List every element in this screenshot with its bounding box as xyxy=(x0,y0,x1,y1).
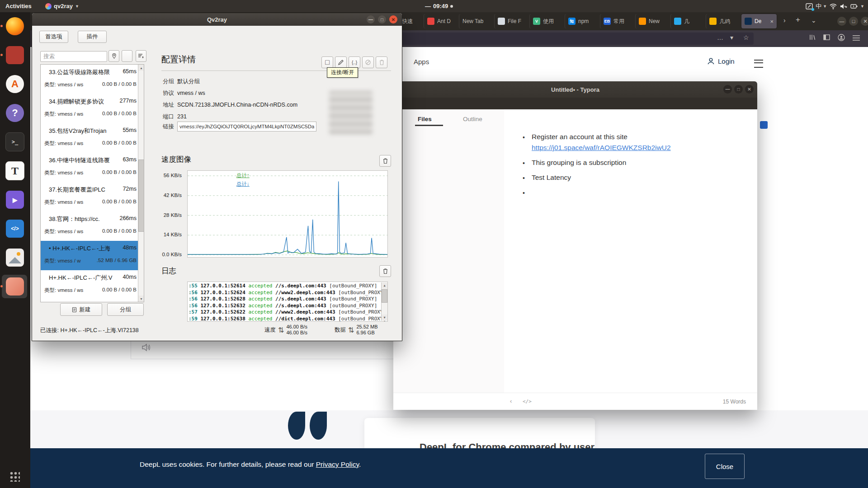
account-icon[interactable] xyxy=(838,34,845,41)
browser-tab[interactable]: V 使用 × xyxy=(530,14,565,28)
browser-tab[interactable]: 知 npm × xyxy=(565,14,600,28)
server-list-item[interactable]: H+.HK←-IPLC←-广州.V 40ms 类型: vmess / ws 0.… xyxy=(41,270,138,300)
browser-tab[interactable]: De × xyxy=(741,14,777,28)
scrollbar-thumb[interactable] xyxy=(382,289,387,303)
new-connection-button[interactable]: 新建 xyxy=(60,303,102,316)
dock-item[interactable]: >_ xyxy=(4,131,26,153)
window-close-button[interactable]: ✕ xyxy=(745,85,754,94)
tab-scroll-right-icon[interactable]: › xyxy=(783,17,786,24)
browser-tab[interactable]: 几 × xyxy=(671,14,706,28)
speaker-icon[interactable] xyxy=(142,343,151,352)
server-list-item[interactable]: 36.中继中转隧道线路覆 63ms 类型: vmess / ws 0.00 B … xyxy=(41,153,138,182)
browser-tab[interactable]: New Tab × xyxy=(459,14,495,28)
sidebar-tab-files[interactable]: Files xyxy=(418,116,432,122)
edit-config-button[interactable] xyxy=(335,56,347,68)
sidebar-collapse-icon[interactable]: ‹ xyxy=(510,398,512,404)
focused-app-menu[interactable]: qv2ray ▼ xyxy=(45,0,79,12)
disconnect-button[interactable] xyxy=(362,56,374,68)
page-actions-icon[interactable]: … xyxy=(717,34,723,41)
library-icon[interactable] xyxy=(809,34,816,41)
tab-close-icon[interactable]: × xyxy=(770,18,774,25)
server-list-item[interactable]: 34.捐赠解锁更多协议 277ms 类型: vmess / ws 0.00 B … xyxy=(41,94,138,123)
deepl-menu-icon[interactable] xyxy=(754,60,763,68)
scroll-up-icon[interactable]: ▲ xyxy=(138,65,144,71)
legend-entry[interactable]: 总计↑ xyxy=(236,172,250,179)
wifi-icon[interactable] xyxy=(829,2,837,10)
pocket-icon[interactable]: ▾ xyxy=(730,34,733,41)
qv2ray-titlebar[interactable]: Qv2ray — □ ✕ xyxy=(32,13,402,26)
delete-config-button[interactable] xyxy=(376,56,387,68)
activities-button[interactable]: Activities xyxy=(5,0,32,12)
dock-item[interactable] xyxy=(4,247,26,268)
dock-item[interactable] xyxy=(4,15,26,37)
sidebar-toggle-icon[interactable] xyxy=(823,34,830,41)
tab-list-dropdown-icon[interactable]: ⌄ xyxy=(811,17,816,24)
scroll-down-icon[interactable]: ▼ xyxy=(138,296,144,302)
volume-muted-icon[interactable] xyxy=(840,2,848,10)
input-method-indicator[interactable]: 中▼ xyxy=(816,2,827,10)
server-list[interactable]: 33.公益等级線路嚴格限 65ms 类型: vmess / ws 0.00 B … xyxy=(40,64,144,302)
scroll-down-icon[interactable]: ▼ xyxy=(382,314,387,321)
group-button[interactable]: 分组 xyxy=(107,303,144,316)
server-list-item[interactable]: 38.官网：https://cc. 266ms 类型: vmess / ws 0… xyxy=(41,211,138,241)
connect-toggle-button[interactable]: □ xyxy=(321,56,333,68)
window-close-button[interactable]: ✕ xyxy=(389,15,397,23)
server-list-scrollbar[interactable]: ▲ ▼ xyxy=(138,65,144,302)
deepl-floating-icon[interactable] xyxy=(760,121,768,129)
tablet-input-icon[interactable] xyxy=(805,2,813,10)
system-tray[interactable]: 中▼ ▼ xyxy=(805,0,864,12)
show-applications-icon[interactable] xyxy=(10,472,20,482)
bookmark-star-icon[interactable]: ☆ xyxy=(743,34,749,41)
log-output[interactable]: :55 127.0.0.1:52614 accepted //s.deepl.c… xyxy=(187,282,388,322)
window-minimize-button[interactable]: — xyxy=(367,15,375,23)
clock[interactable]: — 09:49 xyxy=(425,0,453,12)
system-menu-chevron-icon[interactable]: ▼ xyxy=(860,4,864,9)
sort-button[interactable] xyxy=(136,50,146,62)
window-minimize-button[interactable]: — xyxy=(723,85,732,94)
window-maximize-button[interactable]: □ xyxy=(734,85,743,94)
server-list-item[interactable]: • H+.HK←-IPLC←-上海 48ms 类型: vmess / w .52… xyxy=(41,241,138,270)
dock-item[interactable] xyxy=(4,276,26,297)
clear-log-button[interactable] xyxy=(379,265,391,277)
browser-tab[interactable]: Ant D × xyxy=(424,14,459,28)
log-scrollbar[interactable]: ▲ ▼ xyxy=(381,282,388,321)
server-list-item[interactable]: H+.HK←-IPLC←- xyxy=(41,300,138,302)
sidebar-tab-outline[interactable]: Outline xyxy=(463,116,482,122)
window-maximize-button[interactable]: □ xyxy=(378,15,386,23)
server-list-item[interactable]: 35.包括V2ray和Trojan 55ms 类型: vmess / ws 0.… xyxy=(41,123,138,153)
plugins-button[interactable]: 插件 xyxy=(78,31,107,43)
battery-charging-icon[interactable] xyxy=(850,2,858,10)
typora-editor[interactable]: • Register an account at this site https… xyxy=(504,109,757,393)
window-maximize-button[interactable]: □ xyxy=(849,17,858,26)
dock-item[interactable]: ▸ xyxy=(4,189,26,211)
edit-json-button[interactable]: {..} xyxy=(349,56,360,68)
latency-test-button[interactable] xyxy=(108,50,119,62)
dock-item[interactable]: ? xyxy=(4,102,26,124)
dock-item[interactable]: T xyxy=(4,160,26,182)
dock-item[interactable]: </> xyxy=(4,218,26,239)
server-list-item[interactable]: 37.长期套餐覆盖IPLC 72ms 类型: vmess / ws 0.00 B… xyxy=(41,182,138,211)
preferences-button[interactable]: 首选项 xyxy=(39,31,68,43)
source-code-mode-icon[interactable]: </> xyxy=(523,399,532,404)
share-link-field[interactable] xyxy=(177,122,316,131)
chart-legend[interactable]: 总计↑总计↓ xyxy=(236,172,250,188)
browser-tab[interactable]: EB 常用 × xyxy=(600,14,636,28)
url-bar[interactable] xyxy=(347,33,754,45)
typora-titlebar[interactable]: Untitled• - Typora — □ ✕ xyxy=(393,81,757,98)
new-tab-button[interactable]: + xyxy=(796,15,800,24)
scroll-up-icon[interactable]: ▲ xyxy=(382,282,387,289)
server-list-item[interactable]: 33.公益等级線路嚴格限 65ms 类型: vmess / ws 0.00 B … xyxy=(41,65,138,94)
window-minimize-button[interactable]: — xyxy=(837,17,846,26)
empty-tool-button[interactable] xyxy=(122,50,132,62)
clear-graph-button[interactable] xyxy=(379,155,391,167)
dock-item[interactable]: A xyxy=(4,73,26,95)
scrollbar-thumb[interactable] xyxy=(138,160,144,232)
dock-item[interactable] xyxy=(4,44,26,66)
window-close-button[interactable]: ✕ xyxy=(861,17,868,26)
deepl-login-link[interactable]: Login xyxy=(707,57,735,65)
browser-tab[interactable]: File F × xyxy=(495,14,530,28)
deepl-nav-apps[interactable]: Apps xyxy=(414,58,429,66)
legend-entry[interactable]: 总计↓ xyxy=(236,181,250,188)
browser-tab[interactable]: New × xyxy=(636,14,671,28)
cookie-close-button[interactable]: Close xyxy=(705,454,745,479)
